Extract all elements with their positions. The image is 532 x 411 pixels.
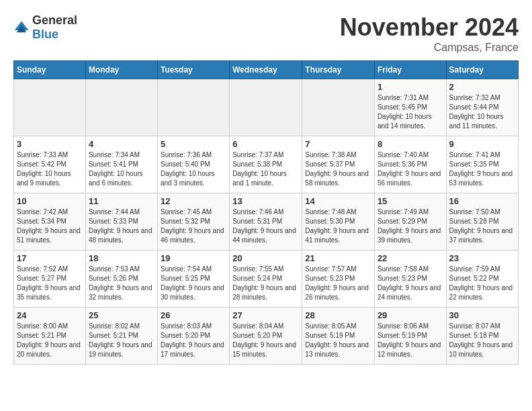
calendar-cell [302, 79, 375, 136]
day-number: 25 [89, 310, 154, 320]
day-info: Sunrise: 7:48 AM Sunset: 5:30 PM Dayligh… [305, 208, 371, 245]
calendar-cell: 28Sunrise: 8:05 AM Sunset: 5:19 PM Dayli… [302, 308, 375, 365]
calendar-cell: 15Sunrise: 7:49 AM Sunset: 5:29 PM Dayli… [374, 193, 446, 250]
day-info: Sunrise: 8:05 AM Sunset: 5:19 PM Dayligh… [305, 322, 371, 359]
calendar-cell [14, 79, 86, 136]
day-info: Sunrise: 8:02 AM Sunset: 5:21 PM Dayligh… [89, 322, 154, 359]
week-row-4: 17Sunrise: 7:52 AM Sunset: 5:27 PM Dayli… [14, 250, 519, 308]
calendar-cell: 13Sunrise: 7:46 AM Sunset: 5:31 PM Dayli… [230, 193, 302, 250]
day-info: Sunrise: 7:58 AM Sunset: 5:23 PM Dayligh… [378, 265, 443, 302]
weekday-header-tuesday: Tuesday [158, 61, 230, 79]
calendar-cell: 7Sunrise: 7:38 AM Sunset: 5:37 PM Daylig… [302, 136, 375, 193]
calendar-cell: 24Sunrise: 8:00 AM Sunset: 5:21 PM Dayli… [14, 308, 86, 365]
day-info: Sunrise: 7:44 AM Sunset: 5:33 PM Dayligh… [89, 208, 154, 245]
calendar-cell: 25Sunrise: 8:02 AM Sunset: 5:21 PM Dayli… [85, 308, 157, 365]
calendar-cell [230, 79, 302, 136]
day-number: 8 [378, 139, 443, 149]
day-info: Sunrise: 7:54 AM Sunset: 5:25 PM Dayligh… [161, 265, 226, 302]
day-number: 5 [161, 139, 226, 149]
day-info: Sunrise: 7:53 AM Sunset: 5:26 PM Dayligh… [89, 265, 154, 302]
day-number: 19 [161, 253, 226, 263]
day-info: Sunrise: 7:38 AM Sunset: 5:37 PM Dayligh… [305, 150, 371, 188]
day-number: 17 [17, 253, 83, 263]
week-row-5: 24Sunrise: 8:00 AM Sunset: 5:21 PM Dayli… [14, 308, 519, 365]
day-number: 30 [449, 310, 515, 320]
calendar-cell: 29Sunrise: 8:06 AM Sunset: 5:19 PM Dayli… [374, 308, 446, 365]
day-info: Sunrise: 8:00 AM Sunset: 5:21 PM Dayligh… [17, 322, 83, 359]
day-info: Sunrise: 8:04 AM Sunset: 5:20 PM Dayligh… [232, 322, 299, 359]
calendar-cell: 20Sunrise: 7:55 AM Sunset: 5:24 PM Dayli… [230, 250, 302, 308]
day-info: Sunrise: 8:06 AM Sunset: 5:19 PM Dayligh… [378, 322, 443, 359]
logo-text: General Blue [32, 13, 77, 42]
day-number: 24 [17, 310, 83, 320]
day-info: Sunrise: 7:49 AM Sunset: 5:29 PM Dayligh… [378, 208, 443, 245]
calendar-cell: 21Sunrise: 7:57 AM Sunset: 5:23 PM Dayli… [302, 250, 375, 308]
day-info: Sunrise: 7:37 AM Sunset: 5:38 PM Dayligh… [232, 150, 299, 188]
day-number: 12 [161, 196, 226, 206]
day-number: 28 [305, 310, 371, 320]
weekday-header-thursday: Thursday [302, 61, 375, 79]
day-number: 26 [161, 310, 226, 320]
day-number: 14 [305, 196, 371, 206]
calendar-cell: 30Sunrise: 8:07 AM Sunset: 5:18 PM Dayli… [446, 308, 518, 365]
day-number: 21 [305, 253, 371, 263]
calendar-cell [85, 79, 157, 136]
calendar-cell: 17Sunrise: 7:52 AM Sunset: 5:27 PM Dayli… [14, 250, 86, 308]
day-info: Sunrise: 7:59 AM Sunset: 5:22 PM Dayligh… [449, 265, 515, 302]
calendar-cell: 14Sunrise: 7:48 AM Sunset: 5:30 PM Dayli… [302, 193, 375, 250]
calendar-cell: 18Sunrise: 7:53 AM Sunset: 5:26 PM Dayli… [85, 250, 157, 308]
day-info: Sunrise: 7:31 AM Sunset: 5:45 PM Dayligh… [378, 93, 443, 131]
day-number: 23 [449, 253, 515, 263]
weekday-header-friday: Friday [374, 61, 446, 79]
day-info: Sunrise: 7:40 AM Sunset: 5:36 PM Dayligh… [378, 150, 443, 188]
calendar-cell: 4Sunrise: 7:34 AM Sunset: 5:41 PM Daylig… [85, 136, 157, 193]
day-number: 11 [89, 196, 154, 206]
weekday-header-monday: Monday [85, 61, 157, 79]
day-info: Sunrise: 8:07 AM Sunset: 5:18 PM Dayligh… [449, 322, 515, 359]
day-number: 1 [378, 82, 443, 92]
day-info: Sunrise: 7:33 AM Sunset: 5:42 PM Dayligh… [17, 150, 83, 188]
calendar-cell: 10Sunrise: 7:42 AM Sunset: 5:34 PM Dayli… [14, 193, 86, 250]
day-number: 27 [232, 310, 299, 320]
calendar-cell: 3Sunrise: 7:33 AM Sunset: 5:42 PM Daylig… [14, 136, 86, 193]
day-info: Sunrise: 7:52 AM Sunset: 5:27 PM Dayligh… [17, 265, 83, 302]
day-info: Sunrise: 7:41 AM Sunset: 5:35 PM Dayligh… [449, 150, 515, 188]
calendar-cell [158, 79, 230, 136]
location: Campsas, France [340, 42, 519, 54]
month-title: November 2024 [340, 13, 519, 42]
day-info: Sunrise: 7:57 AM Sunset: 5:23 PM Dayligh… [305, 265, 371, 302]
day-number: 9 [449, 139, 515, 149]
day-number: 16 [449, 196, 515, 206]
calendar-cell: 26Sunrise: 8:03 AM Sunset: 5:20 PM Dayli… [158, 308, 230, 365]
logo: General Blue [13, 13, 77, 42]
logo-icon [13, 19, 30, 36]
day-number: 3 [17, 139, 83, 149]
day-number: 2 [449, 82, 515, 92]
day-number: 22 [378, 253, 443, 263]
calendar-cell: 5Sunrise: 7:36 AM Sunset: 5:40 PM Daylig… [158, 136, 230, 193]
day-info: Sunrise: 7:55 AM Sunset: 5:24 PM Dayligh… [232, 265, 299, 302]
day-number: 13 [232, 196, 299, 206]
day-info: Sunrise: 7:34 AM Sunset: 5:41 PM Dayligh… [89, 150, 154, 188]
day-info: Sunrise: 8:03 AM Sunset: 5:20 PM Dayligh… [161, 322, 226, 359]
day-info: Sunrise: 7:45 AM Sunset: 5:32 PM Dayligh… [161, 208, 226, 245]
title-area: November 2024 Campsas, France [340, 13, 519, 54]
day-number: 4 [89, 139, 154, 149]
page-header: General Blue November 2024 Campsas, Fran… [13, 13, 519, 54]
day-number: 20 [232, 253, 299, 263]
calendar-cell: 2Sunrise: 7:32 AM Sunset: 5:44 PM Daylig… [446, 79, 518, 136]
weekday-header-saturday: Saturday [446, 61, 518, 79]
day-number: 6 [232, 139, 299, 149]
week-row-3: 10Sunrise: 7:42 AM Sunset: 5:34 PM Dayli… [14, 193, 519, 250]
calendar-cell: 9Sunrise: 7:41 AM Sunset: 5:35 PM Daylig… [446, 136, 518, 193]
weekday-header-wednesday: Wednesday [230, 61, 302, 79]
calendar-cell: 16Sunrise: 7:50 AM Sunset: 5:28 PM Dayli… [446, 193, 518, 250]
day-number: 15 [378, 196, 443, 206]
day-number: 18 [89, 253, 154, 263]
calendar-cell: 12Sunrise: 7:45 AM Sunset: 5:32 PM Dayli… [158, 193, 230, 250]
calendar-cell: 1Sunrise: 7:31 AM Sunset: 5:45 PM Daylig… [374, 79, 446, 136]
calendar-table: SundayMondayTuesdayWednesdayThursdayFrid… [13, 60, 519, 365]
calendar-cell: 23Sunrise: 7:59 AM Sunset: 5:22 PM Dayli… [446, 250, 518, 308]
day-info: Sunrise: 7:32 AM Sunset: 5:44 PM Dayligh… [449, 93, 515, 131]
calendar-cell: 19Sunrise: 7:54 AM Sunset: 5:25 PM Dayli… [158, 250, 230, 308]
